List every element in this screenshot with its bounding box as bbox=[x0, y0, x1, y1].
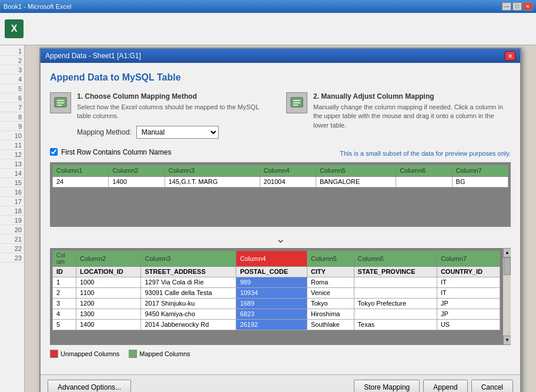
step1-box: 1. Choose Column Mapping Method Select h… bbox=[50, 92, 274, 139]
steps-row: 1. Choose Column Mapping Method Select h… bbox=[50, 92, 511, 139]
row-num-15: 15 bbox=[0, 178, 24, 187]
dialog-title: Append Data - Sheet1 [A1:G1] bbox=[45, 52, 141, 60]
lower-cell-3-1: 3 bbox=[53, 298, 76, 309]
excel-logo: X bbox=[5, 19, 24, 38]
upper-col4-header[interactable]: Column4 bbox=[260, 165, 316, 176]
lower-col3-header[interactable]: Column3 bbox=[141, 250, 236, 266]
row-num-3: 3 bbox=[0, 65, 24, 75]
dialog-heading: Append Data to MySQL Table bbox=[50, 72, 511, 83]
lower-cell-5-2: 1400 bbox=[76, 319, 141, 330]
row-num-6: 6 bbox=[0, 93, 24, 103]
upper-cell-1-2: 1400 bbox=[109, 176, 165, 187]
lower-cell-3-7: JP bbox=[437, 298, 500, 309]
step1-title: 1. Choose Column Mapping Method bbox=[77, 92, 274, 100]
upper-col6-header[interactable]: Column6 bbox=[396, 165, 452, 176]
mapped-label: Mapped Columns bbox=[139, 350, 190, 357]
upper-cell-1-1: 24 bbox=[53, 176, 109, 187]
lower-table-container: Colum Column2 Column3 Column4 Column5 Co… bbox=[50, 248, 511, 345]
lower-col4-header[interactable]: Column4 bbox=[236, 250, 307, 266]
step2-title: 2. Manually Adjust Column Mapping bbox=[313, 92, 511, 100]
lower-col7-header[interactable]: Column7 bbox=[437, 250, 500, 266]
title-bar: Book1 - Microsoft Excel — □ ✕ bbox=[0, 0, 536, 13]
step2-box: 2. Manually Adjust Column Mapping Manual… bbox=[286, 92, 511, 139]
lower-col1-header[interactable]: Colum bbox=[53, 250, 76, 266]
dialog-footer: Advanced Options... Store Mapping Append… bbox=[41, 374, 520, 392]
lower-subhdr-7: COUNTRY_ID bbox=[437, 266, 500, 277]
row-num-22: 22 bbox=[0, 244, 24, 253]
row-num-17: 17 bbox=[0, 197, 24, 206]
lower-cell-4-6 bbox=[354, 309, 437, 319]
first-row-checkbox[interactable] bbox=[50, 148, 58, 156]
lower-cell-4-2: 1300 bbox=[76, 309, 141, 319]
upper-col7-header[interactable]: Column7 bbox=[452, 165, 508, 176]
lower-subhdr-6: STATE_PROVINCE bbox=[354, 266, 437, 277]
lower-cell-5-4: 26192 bbox=[236, 319, 307, 330]
step2-text: 2. Manually Adjust Column Mapping Manual… bbox=[313, 92, 511, 139]
step1-description: Select how the Excel columns should be m… bbox=[77, 103, 274, 121]
upper-col3-header[interactable]: Column3 bbox=[165, 165, 260, 176]
lower-cell-4-3: 9450 Kamiya-cho bbox=[141, 309, 236, 319]
upper-cell-1-7: BG bbox=[452, 176, 508, 187]
mapping-arrow: ⌄ bbox=[50, 232, 511, 246]
footer-right-buttons: Store Mapping Append Cancel bbox=[354, 380, 513, 392]
lower-cell-2-2: 1100 bbox=[76, 287, 141, 298]
legend-row: Unmapped Columns Mapped Columns bbox=[50, 350, 511, 358]
mapping-method-select[interactable]: Manual Automatic bbox=[136, 126, 219, 139]
lower-cell-5-3: 2014 Jabberwocky Rd bbox=[141, 319, 236, 330]
scroll-thumb[interactable] bbox=[504, 257, 511, 275]
lower-row-1: 1 1000 1297 Via Cola di Rie 989 Roma IT bbox=[53, 277, 500, 287]
lower-cell-1-3: 1297 Via Cola di Rie bbox=[141, 277, 236, 287]
row-num-7: 7 bbox=[0, 103, 24, 112]
lower-cell-5-6: Texas bbox=[354, 319, 437, 330]
first-row-checkbox-row: First Row Contains Column Names bbox=[50, 148, 171, 156]
upper-col2-header[interactable]: Column2 bbox=[109, 165, 165, 176]
minimize-button[interactable]: — bbox=[502, 2, 511, 11]
lower-cell-3-5: Tokyo bbox=[307, 298, 354, 309]
lower-cell-1-2: 1000 bbox=[76, 277, 141, 287]
dialog-close-button[interactable]: ✕ bbox=[505, 51, 515, 61]
step2-icon bbox=[286, 92, 307, 113]
row-num-5: 5 bbox=[0, 84, 24, 93]
lower-col2-header[interactable]: Column2 bbox=[76, 250, 141, 266]
excel-toolbar: X bbox=[0, 13, 536, 45]
lower-cell-4-7: JP bbox=[437, 309, 500, 319]
lower-cell-2-4: 10934 bbox=[236, 287, 307, 298]
main-area: 1 2 3 4 5 6 7 8 9 10 11 12 13 14 15 16 1… bbox=[0, 45, 536, 392]
lower-cell-2-3: 93091 Calle della Testa bbox=[141, 287, 236, 298]
lower-subhdr-5: CITY bbox=[307, 266, 354, 277]
lower-col5-header[interactable]: Column5 bbox=[307, 250, 354, 266]
scroll-down-btn[interactable]: ▼ bbox=[503, 336, 511, 345]
step1-text: 1. Choose Column Mapping Method Select h… bbox=[77, 92, 274, 139]
upper-table-row: 24 1400 145,G.I.T. MARG 201004 BANGALORE… bbox=[53, 176, 508, 187]
row-num-13: 13 bbox=[0, 159, 24, 169]
lower-subhdr-4: POSTAL_CODE bbox=[236, 266, 307, 277]
scrollbar-track[interactable]: ▲ ▼ bbox=[503, 248, 511, 345]
lower-cell-3-6: Tokyo Prefecture bbox=[354, 298, 437, 309]
lower-subhdr-3: STREET_ADDRESS bbox=[141, 266, 236, 277]
upper-col1-header[interactable]: Column1 bbox=[53, 165, 109, 176]
advanced-options-button[interactable]: Advanced Options... bbox=[48, 380, 131, 392]
upper-table: Column1 Column2 Column3 Column4 Column5 … bbox=[52, 165, 508, 187]
preview-note: This is a small subset of the data for p… bbox=[171, 150, 511, 157]
lower-cell-1-7: IT bbox=[437, 277, 500, 287]
lower-subhdr-1: ID bbox=[53, 266, 76, 277]
lower-col6-header[interactable]: Column6 bbox=[354, 250, 437, 266]
unmapped-color-swatch bbox=[50, 350, 58, 358]
row-num-4: 4 bbox=[0, 75, 24, 84]
lower-cell-2-6 bbox=[354, 287, 437, 298]
unmapped-label: Unmapped Columns bbox=[61, 350, 119, 357]
store-mapping-button[interactable]: Store Mapping bbox=[354, 380, 420, 392]
app-title: Book1 - Microsoft Excel bbox=[4, 3, 72, 10]
scroll-up-btn[interactable]: ▲ bbox=[503, 248, 511, 257]
row-num-19: 19 bbox=[0, 216, 24, 225]
lower-cell-5-1: 5 bbox=[53, 319, 76, 330]
row-num-23: 23 bbox=[0, 253, 24, 263]
upper-cell-1-5: BANGALORE bbox=[316, 176, 396, 187]
upper-col5-header[interactable]: Column5 bbox=[316, 165, 396, 176]
append-button[interactable]: Append bbox=[423, 380, 467, 392]
row-num-16: 16 bbox=[0, 187, 24, 197]
close-button[interactable]: ✕ bbox=[523, 2, 532, 11]
cancel-button[interactable]: Cancel bbox=[471, 380, 513, 392]
lower-cell-1-4: 989 bbox=[236, 277, 307, 287]
maximize-button[interactable]: □ bbox=[512, 2, 522, 11]
